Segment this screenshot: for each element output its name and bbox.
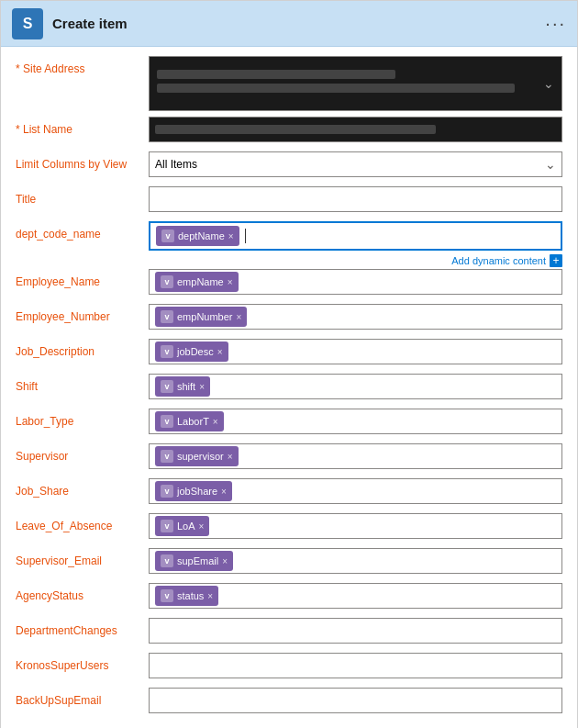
dept-name-tag-close[interactable]: × bbox=[228, 231, 234, 241]
status-tag-close[interactable]: × bbox=[207, 591, 213, 601]
job-desc-tag: v jobDesc × bbox=[155, 342, 228, 362]
department-changes-input[interactable] bbox=[149, 618, 562, 644]
loa-tag: v LoA × bbox=[155, 516, 209, 536]
backup-sup-email-row: BackUpSupEmail bbox=[16, 688, 562, 717]
sup-email-tag-icon: v bbox=[161, 554, 173, 567]
emp-name-tag-icon: v bbox=[161, 275, 173, 288]
shift-tag-icon: v bbox=[161, 380, 173, 393]
kronos-super-users-input[interactable] bbox=[149, 653, 562, 678]
limit-columns-chevron-icon: ⌄ bbox=[545, 157, 556, 172]
shift-label: Shift bbox=[16, 374, 149, 393]
list-name-label: * List Name bbox=[16, 117, 149, 136]
supervisor-tag-close[interactable]: × bbox=[228, 452, 233, 462]
supervisor-label: Supervisor bbox=[16, 443, 149, 463]
site-text-masked-2 bbox=[157, 84, 515, 93]
department-changes-row: DepartmentChanges bbox=[16, 618, 562, 647]
department-changes-label: DepartmentChanges bbox=[16, 618, 149, 637]
job-desc-tag-icon: v bbox=[161, 345, 173, 358]
limit-columns-label: Limit Columns by View bbox=[16, 151, 149, 171]
panel-title: Create item bbox=[52, 16, 545, 31]
limit-columns-row: Limit Columns by View All Items ⌄ bbox=[16, 151, 562, 181]
leave-of-absence-input[interactable]: v LoA × bbox=[149, 513, 562, 539]
loa-tag-label: LoA bbox=[177, 521, 195, 532]
shift-input[interactable]: v shift × bbox=[149, 374, 562, 399]
job-desc-tag-close[interactable]: × bbox=[217, 347, 223, 357]
text-cursor bbox=[245, 229, 246, 243]
loa-tag-close[interactable]: × bbox=[199, 521, 205, 532]
job-description-input[interactable]: v jobDesc × bbox=[149, 339, 562, 364]
avatar: S bbox=[12, 8, 43, 39]
employee-number-input[interactable]: v empNumber × bbox=[149, 304, 562, 330]
supervisor-input[interactable]: v supervisor × bbox=[149, 443, 562, 469]
sup-email-tag-label: supEmail bbox=[177, 555, 218, 566]
emp-number-tag: v empNumber × bbox=[155, 307, 247, 327]
emp-name-tag-close[interactable]: × bbox=[228, 277, 233, 287]
job-desc-tag-label: jobDesc bbox=[177, 346, 214, 357]
job-share-tag-close[interactable]: × bbox=[221, 487, 227, 497]
job-share-tag-label: jobShare bbox=[177, 486, 217, 497]
panel-header: S Create item ··· bbox=[1, 1, 577, 47]
site-address-chevron-icon: ⌄ bbox=[543, 76, 554, 91]
title-input[interactable] bbox=[149, 186, 562, 212]
job-share-input[interactable]: v jobShare × bbox=[149, 478, 562, 504]
shift-tag-close[interactable]: × bbox=[199, 382, 205, 392]
list-name-control[interactable] bbox=[149, 117, 562, 142]
employee-number-row: Employee_Number v empNumber × bbox=[16, 304, 562, 333]
dept-code-name-input[interactable]: v deptName × bbox=[149, 221, 562, 251]
status-tag: v status × bbox=[155, 586, 218, 606]
limit-columns-dropdown[interactable]: All Items ⌄ bbox=[149, 151, 562, 177]
kronos-super-users-row: KronosSuperUsers bbox=[16, 653, 562, 682]
agency-status-input[interactable]: v status × bbox=[149, 583, 562, 609]
dept-code-name-row: dept_code_name v deptName × Add dynamic … bbox=[16, 221, 562, 267]
labor-type-row: Labor_Type v LaborT × bbox=[16, 409, 562, 438]
job-share-tag: v jobShare × bbox=[155, 481, 232, 501]
sup-email-tag-close[interactable]: × bbox=[222, 556, 228, 566]
dept-name-tag: v deptName × bbox=[156, 226, 239, 246]
create-item-panel: S Create item ··· * Site Address ⌄ * Lis… bbox=[0, 0, 578, 728]
labor-t-tag-close[interactable]: × bbox=[213, 417, 218, 427]
backup-sup-email-input[interactable] bbox=[149, 688, 562, 713]
status-tag-icon: v bbox=[161, 589, 173, 602]
supervisor-email-row: Supervisor_Email v supEmail × bbox=[16, 548, 562, 577]
agency-status-row: AgencyStatus v status × bbox=[16, 583, 562, 612]
job-share-label: Job_Share bbox=[16, 478, 149, 498]
sup-email-tag: v supEmail × bbox=[155, 551, 233, 571]
site-address-control[interactable]: ⌄ bbox=[149, 56, 562, 111]
employee-name-input[interactable]: v empName × bbox=[149, 269, 562, 295]
add-dynamic-content-button[interactable]: Add dynamic content + bbox=[451, 254, 562, 267]
site-address-label: * Site Address bbox=[16, 56, 149, 75]
leave-of-absence-row: Leave_Of_Absence v LoA × bbox=[16, 513, 562, 543]
labor-type-label: Labor_Type bbox=[16, 409, 149, 428]
site-address-row: * Site Address ⌄ bbox=[16, 56, 562, 111]
supervisor-email-label: Supervisor_Email bbox=[16, 548, 149, 567]
add-dynamic-icon: + bbox=[550, 254, 562, 267]
supervisor-email-input[interactable]: v supEmail × bbox=[149, 548, 562, 574]
shift-tag: v shift × bbox=[155, 376, 210, 397]
title-label: Title bbox=[16, 186, 149, 206]
backup-sup-email-label: BackUpSupEmail bbox=[16, 688, 149, 707]
kronos-super-users-label: KronosSuperUsers bbox=[16, 653, 149, 672]
more-options-button[interactable]: ··· bbox=[545, 13, 566, 34]
dept-name-tag-icon: v bbox=[161, 230, 174, 242]
site-text-masked-1 bbox=[157, 70, 395, 79]
dept-code-name-label: dept_code_name bbox=[16, 221, 149, 241]
loa-tag-icon: v bbox=[161, 520, 173, 532]
emp-name-tag-label: empName bbox=[177, 276, 224, 287]
labor-t-tag-label: LaborT bbox=[177, 416, 209, 427]
emp-number-tag-close[interactable]: × bbox=[237, 312, 242, 322]
job-share-row: Job_Share v jobShare × bbox=[16, 478, 562, 508]
limit-columns-value: All Items bbox=[155, 158, 197, 171]
emp-number-tag-label: empNumber bbox=[177, 311, 233, 322]
labor-t-tag-icon: v bbox=[161, 415, 173, 428]
form-body: * Site Address ⌄ * List Name Limit Colum… bbox=[1, 47, 577, 728]
dept-name-tag-label: deptName bbox=[178, 230, 225, 241]
shift-tag-label: shift bbox=[177, 381, 195, 392]
title-row: Title bbox=[16, 186, 562, 216]
job-share-tag-icon: v bbox=[161, 485, 173, 498]
supervisor-tag-icon: v bbox=[161, 450, 173, 463]
supervisor-tag-label: supervisor bbox=[177, 451, 224, 462]
supervisor-tag: v supervisor × bbox=[155, 446, 239, 466]
labor-type-input[interactable]: v LaborT × bbox=[149, 409, 562, 434]
add-dynamic-label: Add dynamic content bbox=[451, 255, 546, 266]
dept-code-name-inner: dept_code_name v deptName × bbox=[16, 221, 562, 251]
